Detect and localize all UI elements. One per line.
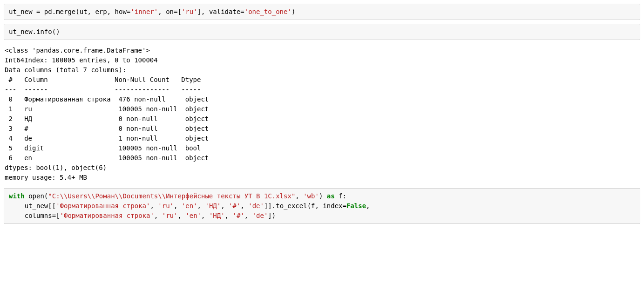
code-token: ) — [291, 8, 295, 15]
code-cell-2[interactable]: ut_new.info() — [4, 24, 640, 40]
string-token: 'НД' — [205, 202, 221, 210]
code-token: , on=[ — [158, 8, 182, 15]
output-cell: <class 'pandas.core.frame.DataFrame'> In… — [4, 44, 640, 188]
output-line: 0 Форматированная строка 476 non-null ob… — [5, 95, 209, 103]
string-token: 'de' — [252, 212, 268, 219]
output-line: 5 digit 100005 non-null bool — [5, 144, 209, 152]
code-token: ut_new[[ — [9, 202, 56, 210]
code-token: columns=[ — [9, 212, 60, 219]
output-line: dtypes: bool(1), object(6) — [5, 164, 107, 171]
output-line: memory usage: 5.4+ MB — [5, 174, 87, 181]
string-token: 'НД' — [209, 212, 225, 219]
keyword-token: with — [9, 192, 25, 200]
output-line: <class 'pandas.core.frame.DataFrame'> — [5, 47, 150, 54]
string-token: 'ru' — [182, 8, 197, 15]
code-token: ) — [319, 192, 327, 200]
string-token: "C:\\Users\\Роман\\Documents\\Интерфейсн… — [48, 192, 295, 200]
string-token: 'en' — [182, 202, 197, 210]
code-token: , — [201, 212, 209, 219]
output-line: 4 de 1 non-null object — [5, 135, 209, 142]
string-token: 'wb' — [303, 192, 319, 200]
string-token: 'de' — [248, 202, 264, 210]
code-token: , — [197, 202, 205, 210]
code-token: , — [150, 202, 158, 210]
output-line: 6 en 100005 non-null object — [5, 154, 209, 162]
code-token: open( — [25, 192, 48, 200]
code-token: , — [154, 212, 162, 219]
output-line: --- ------ -------------- ----- — [5, 86, 205, 93]
code-token: ], validate= — [197, 8, 244, 15]
string-token: 'inner' — [130, 8, 158, 15]
output-line: 3 # 0 non-null object — [5, 125, 209, 132]
code-token: , — [366, 202, 370, 210]
code-token: , — [295, 192, 303, 200]
code-token: ]) — [268, 212, 276, 219]
output-line: # Column Non-Null Count Dtype — [5, 76, 205, 83]
code-token: ut_new.info() — [9, 28, 60, 35]
code-token: , — [225, 212, 233, 219]
code-token: , — [240, 202, 248, 210]
string-token: '#' — [232, 212, 244, 219]
string-token: 'ru' — [162, 212, 178, 219]
code-cell-1[interactable]: ut_new = pd.merge(ut, erp, how='inner', … — [4, 4, 640, 20]
code-token: , — [244, 212, 252, 219]
code-token: ]].to_excel(f, index= — [264, 202, 346, 210]
output-line: Int64Index: 100005 entries, 0 to 100004 — [5, 56, 158, 64]
string-token: '#' — [229, 202, 240, 210]
string-token: 'ru' — [158, 202, 174, 210]
code-token: , — [174, 202, 182, 210]
output-line: 1 ru 100005 non-null object — [5, 105, 209, 113]
output-line: Data columns (total 7 columns): — [5, 66, 126, 74]
code-cell-3[interactable]: with open("C:\\Users\\Роман\\Documents\\… — [4, 188, 640, 224]
code-token: f: — [335, 192, 346, 200]
code-token: ut_new = pd.merge(ut, erp, how= — [9, 8, 130, 15]
bool-token: False — [346, 202, 366, 210]
string-token: 'en' — [185, 212, 201, 219]
string-token: 'Форматированная строка' — [60, 212, 154, 219]
code-token: , — [177, 212, 185, 219]
string-token: 'Форматированная строка' — [56, 202, 150, 210]
keyword-token: as — [327, 192, 335, 200]
output-line: 2 НД 0 non-null object — [5, 115, 209, 122]
string-token: 'one_to_one' — [244, 8, 291, 15]
code-token: , — [221, 202, 229, 210]
